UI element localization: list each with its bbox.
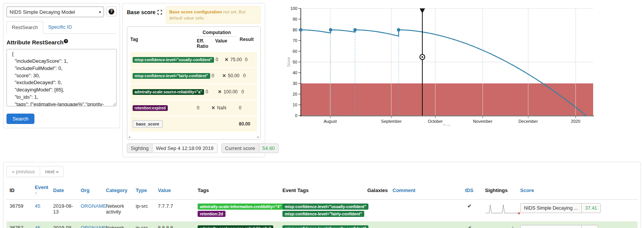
- x-tick-label: November: [473, 119, 493, 124]
- next-page-button[interactable]: next »: [40, 166, 64, 177]
- cell-galaxies: [364, 200, 389, 221]
- column-header-type[interactable]: Type: [133, 181, 155, 200]
- multiply-icon: ✕: [211, 105, 215, 111]
- cell-id: 36757: [6, 221, 32, 228]
- model-select-value: NIDS Simple Decaying Model: [10, 9, 75, 15]
- event-link[interactable]: 45: [35, 225, 40, 228]
- base-score-panel: Base score Base score configuration not …: [122, 3, 265, 157]
- tag-badge[interactable]: misp:confidence-level="fairly-confident": [133, 73, 210, 79]
- tag-badge[interactable]: admiralty-scale:source-reliability="a": [198, 225, 273, 228]
- y-tick-label: 10: [293, 103, 297, 107]
- sighting-label: Sighting: [127, 143, 152, 153]
- column-header-comment[interactable]: Comment: [389, 181, 462, 200]
- search-button[interactable]: Search: [6, 114, 34, 124]
- horizontal-scrollbar[interactable]: ◂ ▸: [127, 135, 260, 139]
- score-value: 54.6: [582, 225, 598, 228]
- page-title-text: Attribute RestSearch: [6, 39, 63, 46]
- cell-ids: ✔: [462, 221, 482, 228]
- tag-badge[interactable]: misp:confidence-level="usually-confident…: [133, 57, 214, 63]
- org-link[interactable]: ORGNAME: [81, 203, 106, 209]
- tag-badge[interactable]: retention:expired: [133, 105, 168, 111]
- score-box[interactable]: NIDS Simple Decaying ...54.6: [520, 225, 598, 228]
- help-icon: ?: [64, 39, 68, 43]
- decay-chart: 0102030405060708090100AugustSeptemberOct…: [268, 3, 597, 125]
- eff-ratio-value: 0: [212, 73, 222, 78]
- column-header-org[interactable]: Org: [78, 181, 103, 200]
- computation-value: ✕100.00: [218, 89, 238, 94]
- event-tag-badge[interactable]: misp:confidence-level="usually-confident…: [282, 225, 368, 228]
- tag-badge[interactable]: admiralty-scale:source-reliability="a": [133, 89, 204, 95]
- cell-org: ORGNAME: [78, 200, 103, 221]
- computation-value: ✕75.00: [225, 57, 242, 62]
- fullscreen-icon[interactable]: [157, 10, 162, 15]
- sighting-point[interactable]: [329, 28, 333, 32]
- column-header-tags: Tags: [195, 181, 279, 200]
- event-tag-badge[interactable]: misp:confidence-level="fairly-confident": [282, 211, 364, 217]
- sighting-point[interactable]: [397, 28, 400, 32]
- base-score-total-value: 80.00: [236, 121, 255, 127]
- sighting-group: Sighting Wed Sep 4 12:18:09 2019: [127, 143, 217, 153]
- results-panel: « previous next » IDEvent ↑DateOrgCatego…: [3, 162, 641, 228]
- score-model-name[interactable]: NIDS Simple Decaying ...: [521, 225, 582, 228]
- page: NIDS Simple Decaying Model ▾ ? RestSearc…: [0, 0, 644, 228]
- scroll-right-icon[interactable]: ▸: [257, 135, 259, 139]
- model-select[interactable]: NIDS Simple Decaying Model ▾: [6, 7, 104, 17]
- cursor-handle-icon[interactable]: [420, 8, 425, 13]
- tag-badge[interactable]: admiralty-scale:information-credibility=…: [198, 204, 284, 210]
- base-score-warning: Base score configuration not set. But de…: [166, 6, 261, 24]
- column-header-ids[interactable]: IDS: [462, 181, 482, 200]
- col-value: Value: [213, 38, 237, 49]
- cell-sightings: [482, 221, 517, 228]
- tab-restsearch[interactable]: RestSearch: [6, 21, 43, 34]
- y-tick-label: 40: [293, 70, 297, 75]
- base-score-badge: base_score: [133, 120, 163, 128]
- scroll-left-icon[interactable]: ◂: [128, 135, 130, 139]
- model-search-panel: NIDS Simple Decaying Model ▾ ? RestSearc…: [3, 3, 120, 128]
- column-header-category[interactable]: Category: [103, 181, 133, 200]
- pagination-top: « previous next »: [6, 166, 64, 177]
- cell-value: 8.8.8.8: [155, 221, 195, 228]
- cell-tags: admiralty-scale:information-credibility=…: [195, 200, 279, 221]
- event-tag-badge[interactable]: misp:confidence-level="usually-confident…: [282, 204, 368, 210]
- cell-type: ip-src: [133, 200, 155, 221]
- eff-ratio-value: 0: [206, 89, 218, 94]
- score-box[interactable]: NIDS Simple Decaying ...37.41: [520, 203, 601, 213]
- help-button[interactable]: ?: [106, 7, 117, 16]
- cell-comment: [389, 221, 462, 228]
- sighting-point[interactable]: [353, 28, 357, 32]
- previous-page-button[interactable]: « previous: [6, 166, 40, 177]
- cell-id: 36759: [6, 200, 32, 221]
- y-tick-label: 80: [293, 28, 297, 32]
- cursor-score-dot: [422, 56, 423, 58]
- column-header-sightings: Sightings: [482, 181, 517, 200]
- org-link[interactable]: ORGNAME: [81, 225, 106, 228]
- table-row: 36759452019-08-13ORGNAMENetwork activity…: [6, 200, 638, 221]
- current-score-value: 54.60: [259, 143, 279, 153]
- computation-value: ✕NaN: [211, 105, 236, 111]
- result-value: 0: [238, 89, 255, 94]
- results-table: IDEvent ↑DateOrgCategoryTypeValueTagsEve…: [6, 181, 638, 228]
- check-icon: ✔: [465, 225, 472, 228]
- tag-badge[interactable]: retention:2d: [198, 211, 225, 217]
- result-value: 0: [240, 73, 255, 78]
- y-tick-label: 30: [293, 81, 297, 86]
- event-link[interactable]: 45: [35, 203, 40, 209]
- decay-chart-area: 0102030405060708090100AugustSeptemberOct…: [268, 3, 597, 127]
- column-header-event-tags: Event Tags: [279, 181, 364, 200]
- base-score-title: Base score: [127, 6, 162, 15]
- column-header-score[interactable]: Score: [517, 181, 638, 200]
- column-header-event[interactable]: Event ↑: [32, 181, 50, 200]
- cell-comment: [389, 200, 462, 221]
- sightings-sparkline: [485, 203, 521, 215]
- base-score-row: misp:confidence-level="usually-confident…: [130, 51, 257, 67]
- score-model-name[interactable]: NIDS Simple Decaying ...: [521, 204, 582, 213]
- score-value: 37.41: [582, 204, 600, 213]
- restsearch-query-input[interactable]: { "includeDecayScore": 1, "includeFullMo…: [6, 49, 117, 106]
- column-header-date[interactable]: Date: [50, 181, 78, 200]
- sighting-point[interactable]: [299, 28, 303, 32]
- warning-bold: Base score configuration: [169, 10, 222, 14]
- eff-ratio-value: 0: [216, 57, 225, 62]
- column-header-value[interactable]: Value: [155, 181, 195, 200]
- cell-event-tags: misp:confidence-level="usually-confident…: [279, 200, 364, 221]
- tab-specific-id[interactable]: Specific ID: [43, 21, 77, 33]
